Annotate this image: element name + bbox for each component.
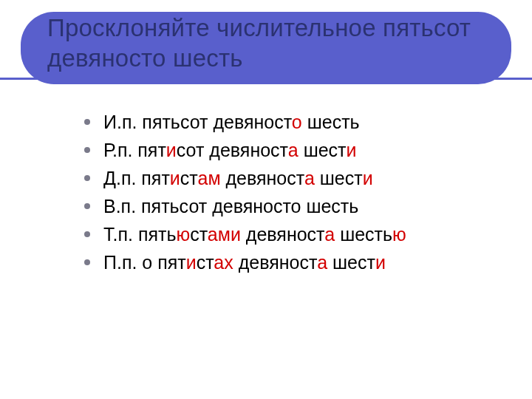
slide: Просклоняйте числительное пятьсот девяно… xyxy=(0,0,532,399)
list-item: Д.п. пятистам девяноста шести xyxy=(83,164,517,192)
case-line: Т.п. пятьюстами девяноста шестью xyxy=(103,224,406,245)
highlight: ю xyxy=(176,224,190,245)
case-line: В.п. пятьсот девяносто шесть xyxy=(103,196,358,216)
slide-title: Просклоняйте числительное пятьсот девяно… xyxy=(47,13,485,74)
highlight: и xyxy=(363,168,373,188)
case-line: П.п. о пятистах девяноста шести xyxy=(103,252,386,273)
list-item: П.п. о пятистах девяноста шести xyxy=(83,248,517,276)
list-item: Р.п. пятисот девяноста шести xyxy=(83,136,517,164)
case-line: И.п. пятьсот девяносто шесть xyxy=(103,112,360,132)
highlight: ю xyxy=(392,224,406,245)
case-list: И.п. пятьсот девяносто шесть Р.п. пятисо… xyxy=(83,108,517,276)
highlight: ам xyxy=(197,168,220,188)
list-item: В.п. пятьсот девяносто шесть xyxy=(83,192,517,220)
case-line: Р.п. пятисот девяноста шести xyxy=(103,140,357,160)
highlight: а xyxy=(288,140,299,160)
highlight: и xyxy=(375,252,386,273)
highlight: а xyxy=(304,168,315,188)
title-band: Просклоняйте числительное пятьсот девяно… xyxy=(21,12,511,84)
highlight: и xyxy=(166,140,177,160)
content-area: И.п. пятьсот девяносто шесть Р.п. пятисо… xyxy=(83,108,517,276)
list-item: Т.п. пятьюстами девяноста шестью xyxy=(83,220,517,248)
highlight: ах xyxy=(214,252,233,273)
highlight: ами xyxy=(208,224,241,245)
list-item: И.п. пятьсот девяносто шесть xyxy=(83,108,517,136)
highlight: а xyxy=(324,224,335,245)
highlight: а xyxy=(317,252,327,273)
highlight: и xyxy=(170,168,180,188)
highlight: и xyxy=(347,140,357,160)
case-line: Д.п. пятистам девяноста шести xyxy=(103,168,373,188)
highlight: о xyxy=(292,112,302,132)
horizontal-rule xyxy=(0,78,532,80)
highlight: и xyxy=(186,252,197,273)
